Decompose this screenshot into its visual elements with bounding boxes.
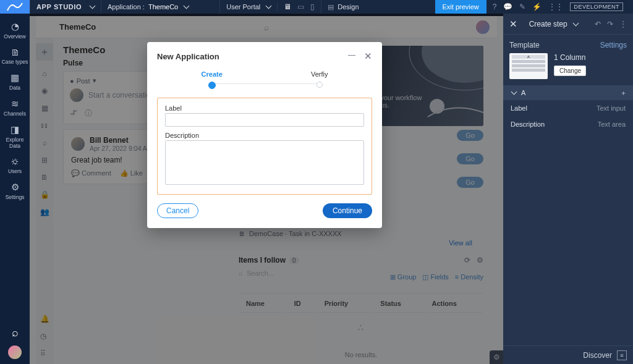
rail-data[interactable]: ▦Data	[0, 69, 30, 95]
rail-users[interactable]: ⛭Users	[0, 153, 30, 178]
gauge-icon: ◔	[0, 21, 30, 32]
form-region: Label Description	[157, 98, 372, 195]
bolt-icon[interactable]: ⚡	[532, 2, 542, 11]
panel-close-icon[interactable]: ✕	[509, 19, 517, 30]
add-field-button[interactable]: ＋	[620, 88, 627, 98]
top-utility-icons: ? 💬 ✎ ⚡ ⋮⋮ DEVELOPMENT	[486, 2, 633, 11]
layers-icon[interactable]: ≡	[617, 350, 627, 360]
wizard-stepper: Create Verfiy	[157, 70, 372, 89]
application-label: Application :	[108, 3, 145, 11]
application-value: ThemeCo	[148, 3, 178, 11]
template-label: Template	[509, 41, 540, 49]
nodes-icon[interactable]: ⋮⋮	[548, 2, 563, 11]
rail-case-types[interactable]: 🗎Case types	[0, 43, 30, 69]
region-name: A	[521, 89, 525, 96]
desktop-icon[interactable]: 🖥	[284, 2, 291, 11]
device-switcher: 🖥 ▭ ▯	[277, 2, 321, 11]
label-input[interactable]	[165, 113, 364, 127]
design-mode-toggle[interactable]: ▤ Design	[321, 0, 365, 14]
studio-left-rail: ◔Overview 🗎Case types ▦Data ≋Channels ◨E…	[0, 14, 30, 364]
label-field-label: Label	[165, 104, 364, 112]
users-icon: ⛭	[0, 156, 30, 167]
perspective-picker[interactable]: User Portal	[219, 0, 277, 14]
explore-icon: ◨	[0, 124, 30, 135]
field-row-description[interactable]: Description Text area	[503, 116, 633, 132]
rail-overview[interactable]: ◔Overview	[0, 17, 30, 43]
top-bar: APP STUDIO Application : ThemeCo User Po…	[0, 0, 633, 14]
change-template-button[interactable]: Change	[554, 66, 586, 76]
exit-preview-button[interactable]: Exit preview	[435, 0, 486, 14]
grid-icon: ▤	[328, 3, 334, 11]
chevron-down-icon	[182, 3, 189, 11]
environment-badge: DEVELOPMENT	[570, 2, 623, 11]
mobile-icon[interactable]: ▯	[310, 2, 315, 11]
app-logo[interactable]	[0, 0, 30, 14]
panel-title-menu[interactable]: Create step	[529, 20, 578, 28]
discover-label[interactable]: Discover	[583, 351, 612, 360]
field-row-label[interactable]: Label Text input	[503, 100, 633, 116]
continue-button[interactable]: Continue	[323, 203, 372, 218]
search-icon[interactable]: ⌕	[12, 326, 19, 339]
description-textarea[interactable]	[165, 140, 364, 185]
tablet-icon[interactable]: ▭	[297, 2, 304, 11]
help-icon[interactable]: ?	[493, 2, 497, 11]
design-label: Design	[338, 3, 359, 11]
chat-icon[interactable]: 💬	[503, 2, 512, 11]
description-field-label: Description	[165, 132, 364, 139]
settings-link[interactable]: Settings	[600, 41, 627, 49]
redo-icon[interactable]: ↷	[607, 20, 613, 28]
application-picker[interactable]: Application : ThemeCo	[101, 0, 195, 14]
chevron-down-icon	[571, 20, 578, 28]
rail-explore-data[interactable]: ◨Explore Data	[0, 121, 30, 153]
new-application-modal: New Application — ✕ Create Verfiy Label …	[147, 42, 382, 228]
data-icon: ▦	[0, 72, 30, 83]
rail-settings[interactable]: ⚙Settings	[0, 178, 30, 204]
clipboard-icon[interactable]: ✎	[519, 2, 525, 11]
rail-channels[interactable]: ≋Channels	[0, 95, 30, 121]
more-icon[interactable]: ⋮	[619, 20, 627, 28]
right-config-panel: ✕ Create step ↶ ↷ ⋮ Template Settings A …	[503, 14, 633, 364]
panel-title: Create step	[529, 20, 567, 28]
step-verify[interactable]: Verfiy	[311, 70, 328, 89]
chevron-down-icon	[88, 3, 95, 11]
channels-icon: ≋	[0, 98, 30, 109]
studio-name-menu[interactable]: APP STUDIO	[30, 0, 101, 14]
perspective-value: User Portal	[226, 3, 260, 11]
undo-icon[interactable]: ↶	[595, 20, 601, 28]
cancel-button[interactable]: Cancel	[157, 203, 198, 218]
close-icon[interactable]: ✕	[364, 51, 372, 62]
gear-icon: ⚙	[0, 182, 30, 193]
case-icon: 🗎	[0, 47, 30, 57]
chevron-down-icon	[264, 3, 271, 11]
template-thumbnail: A	[509, 53, 548, 79]
chevron-down-icon	[509, 89, 516, 96]
studio-name: APP STUDIO	[36, 3, 82, 11]
modal-title: New Application	[157, 52, 219, 61]
template-name: 1 Column	[554, 53, 586, 62]
user-avatar[interactable]	[8, 345, 22, 359]
step-create[interactable]: Create	[202, 70, 223, 89]
minimize-icon[interactable]: —	[348, 51, 355, 62]
exit-preview-label: Exit preview	[443, 3, 479, 11]
region-header[interactable]: A ＋	[503, 85, 633, 100]
